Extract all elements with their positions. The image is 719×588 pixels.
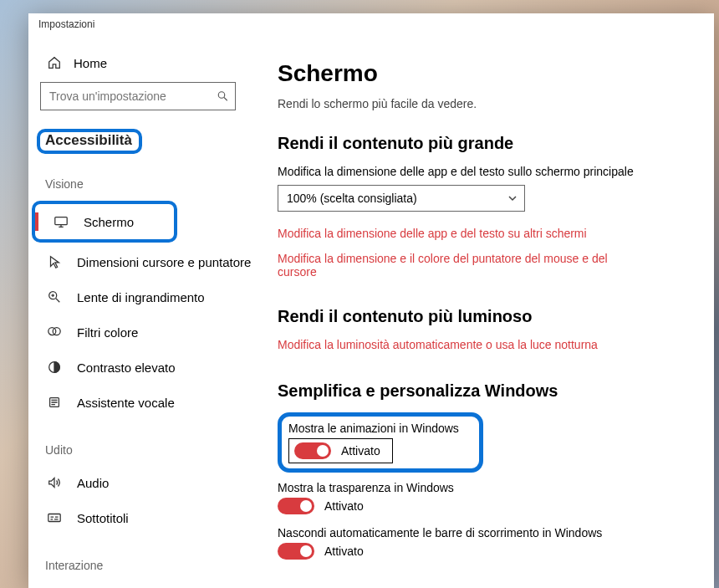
- toggle-animations-box: Attivato: [288, 438, 393, 463]
- label-resize-main: Modifica la dimensione delle app e del t…: [278, 165, 637, 178]
- home-icon: [47, 55, 62, 70]
- heading-bigger: Rendi il contenuto più grande: [278, 134, 702, 153]
- nav-magnifier-label: Lente di ingrandimento: [77, 290, 205, 304]
- color-filters-icon: [47, 325, 62, 340]
- nav-high-contrast-label: Contrasto elevato: [77, 360, 176, 375]
- link-other-displays[interactable]: Modifica la dimensione delle app e del t…: [278, 227, 645, 240]
- category-interaction: Interazione: [28, 535, 278, 580]
- toggle-animations[interactable]: [294, 442, 331, 459]
- toggle-animations-state: Attivato: [341, 444, 380, 458]
- nav-subtitles-label: Sottotitoli: [77, 511, 129, 525]
- nav-cursor-label: Dimensioni cursore e puntatore: [77, 255, 251, 269]
- toggle-transparency-state: Attivato: [324, 499, 364, 513]
- nav-narrator[interactable]: Assistente vocale: [28, 385, 278, 420]
- page-subtitle: Rendi lo schermo più facile da vedere.: [278, 97, 702, 110]
- chevron-down-icon: [507, 193, 518, 203]
- block-transparency: Mostra la trasparenza in Windows Attivat…: [278, 481, 702, 514]
- heading-brighter: Rendi il contenuto più luminoso: [278, 307, 702, 326]
- link-brightness-night[interactable]: Modifica la luminosità automaticamente o…: [278, 338, 645, 351]
- sidebar: Home Accessibilità Visione: [28, 38, 278, 588]
- svg-rect-7: [48, 514, 60, 522]
- nav-high-contrast[interactable]: Contrasto elevato: [28, 350, 278, 385]
- nav-audio-label: Audio: [77, 476, 109, 490]
- nav-cursor[interactable]: Dimensioni cursore e puntatore: [28, 244, 278, 279]
- label-transparency: Mostra la trasparenza in Windows: [278, 481, 702, 494]
- nav-home[interactable]: Home: [28, 50, 278, 82]
- high-contrast-icon: [47, 360, 62, 375]
- nav-magnifier[interactable]: Lente di ingrandimento: [28, 279, 278, 314]
- nav-home-label: Home: [74, 56, 107, 70]
- nav-color-filters[interactable]: Filtri colore: [28, 314, 278, 350]
- annotation-nav-display: Schermo: [32, 201, 177, 243]
- subtitles-icon: [47, 510, 62, 525]
- section-title: Accessibilità: [45, 132, 132, 149]
- nav-display-label: Schermo: [84, 215, 134, 229]
- toggle-transparency[interactable]: [278, 498, 314, 514]
- category-vision: Visione: [28, 154, 278, 199]
- link-cursor-size-color[interactable]: Modifica la dimensione e il colore del p…: [278, 252, 645, 279]
- settings-window: Impostazioni Home: [28, 13, 714, 588]
- main-panel: Schermo Rendi lo schermo più facile da v…: [278, 38, 714, 588]
- annotation-section: Accessibilità: [37, 129, 142, 154]
- dropdown-scale-value: 100% (scelta consigliata): [287, 192, 417, 205]
- block-scrollbars: Nascondi automaticamente le barre di sco…: [278, 526, 702, 560]
- toggle-scrollbars-state: Attivato: [324, 545, 364, 558]
- search-wrap: [28, 82, 278, 119]
- toggle-scrollbars[interactable]: [278, 543, 314, 560]
- audio-icon: [47, 475, 62, 490]
- svg-rect-1: [55, 217, 67, 225]
- nav-display[interactable]: Schermo: [35, 204, 149, 239]
- annotation-animations: Mostra le animazioni in Windows Attivato: [278, 412, 483, 473]
- cursor-icon: [47, 254, 62, 269]
- heading-simplify: Semplifica e personalizza Windows: [278, 381, 702, 401]
- label-scrollbars: Nascondi automaticamente le barre di sco…: [278, 526, 702, 539]
- nav-color-filters-label: Filtri colore: [77, 325, 138, 340]
- nav-audio[interactable]: Audio: [28, 465, 278, 500]
- svg-point-4: [53, 328, 60, 335]
- narrator-icon: [47, 395, 62, 410]
- label-animations: Mostra le animazioni in Windows: [288, 422, 459, 435]
- magnifier-icon: [47, 289, 62, 304]
- nav-narrator-label: Assistente vocale: [77, 396, 175, 410]
- search-input[interactable]: [40, 82, 236, 110]
- nav-subtitles[interactable]: Sottotitoli: [28, 500, 278, 535]
- window-content: Home Accessibilità Visione: [28, 38, 714, 588]
- display-icon: [54, 214, 69, 229]
- window-title: Impostazioni: [28, 13, 714, 38]
- category-hearing: Udito: [28, 420, 278, 465]
- dropdown-scale[interactable]: 100% (scelta consigliata): [278, 185, 525, 212]
- page-title: Schermo: [278, 60, 702, 87]
